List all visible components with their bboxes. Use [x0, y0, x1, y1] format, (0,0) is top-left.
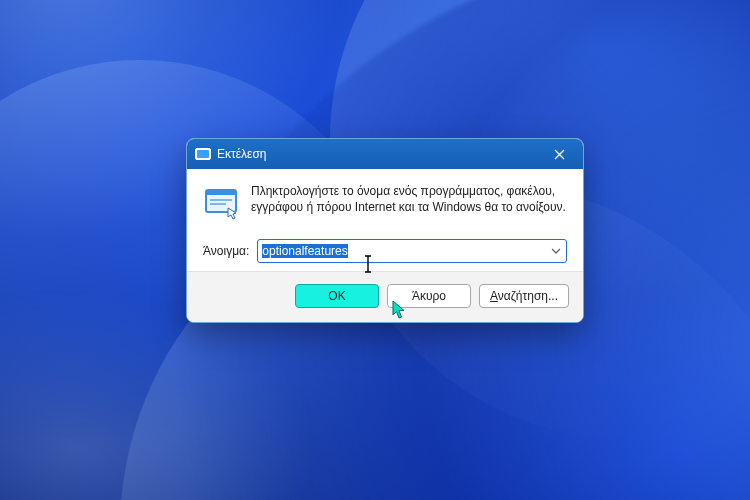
run-titlebar-icon	[195, 147, 211, 161]
run-dialog: Εκτέλεση Πληκτρολογήστε το όνομα ενός πρ…	[186, 138, 584, 323]
dialog-body: Πληκτρολογήστε το όνομα ενός προγράμματο…	[187, 169, 583, 271]
browse-button-label: Αναζήτηση...	[490, 289, 558, 303]
svg-rect-6	[210, 199, 232, 201]
ok-button[interactable]: OK	[295, 284, 379, 308]
svg-rect-7	[210, 203, 226, 205]
dialog-footer: OK Άκυρο Αναζήτηση...	[187, 271, 583, 322]
ok-button-label: OK	[328, 289, 345, 303]
chevron-down-icon[interactable]	[546, 248, 566, 254]
close-icon	[554, 149, 565, 160]
close-button[interactable]	[541, 140, 577, 168]
instruction-text: Πληκτρολογήστε το όνομα ενός προγράμματο…	[251, 183, 567, 215]
browse-button[interactable]: Αναζήτηση...	[479, 284, 569, 308]
open-combobox[interactable]	[257, 239, 567, 263]
open-input[interactable]	[258, 242, 546, 260]
dialog-title: Εκτέλεση	[217, 147, 267, 161]
cancel-button[interactable]: Άκυρο	[387, 284, 471, 308]
cancel-button-label: Άκυρο	[412, 289, 446, 303]
open-label: Άνοιγμα:	[203, 244, 249, 258]
svg-rect-1	[197, 150, 209, 158]
titlebar[interactable]: Εκτέλεση	[187, 139, 583, 169]
svg-rect-5	[206, 190, 236, 195]
run-icon	[203, 185, 239, 221]
